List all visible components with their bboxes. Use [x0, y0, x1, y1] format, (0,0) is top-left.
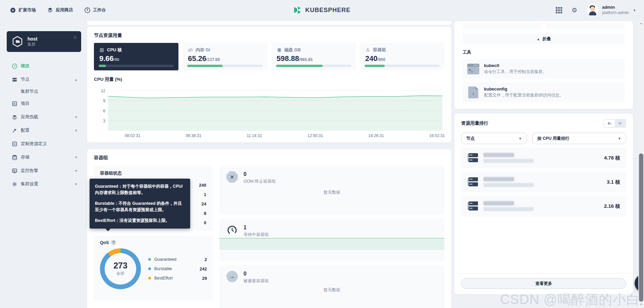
chevron-down-icon: ▼	[74, 129, 78, 132]
tool-kubectl[interactable]: >_ kubectl 命令行工具，用于控制当前集群。	[463, 59, 625, 79]
tool-desc: 命令行工具，用于控制当前集群。	[484, 69, 547, 75]
progress-bar	[276, 65, 351, 67]
ranking-row[interactable]: 4.78 核	[461, 147, 626, 168]
database-icon	[12, 155, 17, 160]
y-axis-tick: 12	[96, 88, 105, 93]
stat-label: OOM 终止容器组	[244, 179, 276, 184]
chevron-down-icon: ▾	[634, 8, 635, 12]
brand-logo[interactable]: KUBESPHERE	[293, 6, 351, 14]
layers-icon	[12, 114, 17, 120]
legend-dot	[148, 258, 151, 261]
chevron-down-icon: ▼	[519, 137, 522, 140]
sidebar-item-cluster-nodes[interactable]: 集群节点	[0, 86, 87, 97]
sidebar-item-workloads[interactable]: 应用负载 ▼	[0, 110, 87, 124]
stat-label: CPU	[107, 47, 116, 52]
help-icon[interactable]: ?	[111, 240, 116, 245]
stat-card-memory[interactable]: 内存 Gi 65.26/137.69	[182, 43, 267, 70]
avatar	[587, 4, 599, 16]
sidebar-item-label: 集群设置	[21, 181, 38, 187]
chevron-up-icon: ▲	[74, 78, 78, 81]
stat-label: 内存	[196, 47, 204, 52]
sidebar-item-label: 配置	[21, 127, 30, 133]
qos-total-label: 全部	[116, 271, 124, 276]
legend-value: 29	[202, 276, 207, 281]
x-axis-tick: 08:02:31	[125, 133, 141, 138]
qos-tooltip: Guaranteed：对于每个容器组中的容器，CPU/内存请求和上限数值相等。 …	[90, 179, 190, 229]
stat-card-cpu[interactable]: CPU 核 9.66/96	[94, 43, 178, 70]
tooltip-text: Guaranteed：对于每个容器组中的容器，CPU/内存请求和上限数值相等。	[95, 183, 185, 196]
ranking-row[interactable]: 3.1 核	[461, 172, 626, 192]
apps-grid-icon[interactable]	[556, 7, 562, 13]
legend-value: 242	[200, 266, 207, 271]
oom-pods-panel: ✕ 0 OOM 终止容器组 暂无数据	[219, 166, 444, 215]
stat-value: 0	[244, 171, 276, 177]
qos-panel: QoS ? 273 全部 Guaranteed2 Burstable242 Be…	[94, 236, 213, 301]
sidebar-item-storage[interactable]: 存储 ▼	[0, 150, 87, 164]
stat-card-pods[interactable]: 容器组 240/900	[360, 43, 444, 70]
nav-item-label: 应用商店	[56, 7, 73, 13]
y-axis-tick: 3	[96, 119, 105, 123]
resource-type-select[interactable]: 节点 ▼	[461, 133, 527, 144]
sidebar-item-crd[interactable]: 定制资源定义	[0, 137, 87, 150]
evicted-arrow-icon: →	[226, 271, 238, 282]
nav-item-label: 扩展市场	[18, 7, 36, 13]
stat-card-disk[interactable]: 磁盘 GB 598.88/965.85	[271, 43, 356, 70]
nav-extension-market[interactable]: 扩展市场	[10, 7, 36, 13]
scroll-down-arrow[interactable]: ▼	[638, 302, 644, 307]
stat-used: 598.88	[277, 54, 299, 63]
stat-used: 240	[365, 54, 378, 63]
favorite-star-icon[interactable]: ☆	[73, 35, 77, 40]
collapse-button[interactable]: ▲ 折叠	[463, 34, 625, 44]
stat-value: 0	[244, 270, 269, 277]
chevron-down-icon: ▼	[74, 115, 78, 119]
scrollbar-thumb[interactable]	[639, 153, 643, 302]
hammer-icon	[12, 128, 17, 133]
sort-toggle: ≡↓ ≡↑	[603, 119, 626, 128]
user-menu[interactable]: admin platform-admin ▾	[587, 4, 635, 16]
sort-descending-button[interactable]: ≡↓	[604, 120, 615, 127]
sort-metric-select[interactable]: 按 CPU 用量排行 ▼	[532, 133, 626, 144]
stat-label: 容器组	[373, 47, 386, 52]
pending-clock-icon	[226, 225, 238, 236]
sidebar-item-nodes[interactable]: 节点 ▲	[0, 73, 87, 86]
redacted-node-name	[483, 201, 534, 211]
gear-icon[interactable]: ⚙	[572, 7, 577, 13]
ranking-row[interactable]: 2.16 核	[461, 196, 626, 217]
user-name: admin	[602, 5, 629, 10]
sidebar-item-label: 节点	[21, 76, 30, 82]
x-axis-tick: 16:02:31	[429, 133, 445, 138]
oom-killed-icon: ✕	[226, 171, 238, 183]
progress-bar	[187, 65, 262, 67]
section-title: 容器组	[94, 155, 444, 161]
sidebar-item-overview[interactable]: 概览	[0, 59, 87, 73]
sidebar-item-monitoring[interactable]: 监控告警 ▼	[0, 164, 87, 177]
ranking-title: 资源用量排行	[461, 120, 488, 126]
brand-name: KUBESPHERE	[305, 7, 351, 14]
section-title: 节点资源用量	[94, 33, 444, 39]
sidebar-item-configuration[interactable]: 配置 ▼	[0, 124, 87, 137]
sidebar-item-projects[interactable]: 项目	[0, 97, 87, 110]
nav-workbench[interactable]: 工作台	[85, 7, 106, 13]
file-download-icon: ↓	[468, 86, 478, 99]
collapse-label: 折叠	[542, 36, 551, 42]
gear-icon	[12, 181, 17, 187]
stat-total: /137.69	[206, 57, 220, 62]
tool-name: kubectl	[484, 63, 547, 69]
pods-card: 容器组 容器组状态 240 1 24 8 0 QoS ?	[87, 149, 451, 308]
y-axis-tick: 6	[96, 109, 105, 113]
cluster-card[interactable]: host 集群 ☆	[7, 31, 81, 52]
view-more-button[interactable]: 查看更多	[461, 278, 626, 289]
pods-icon	[365, 48, 370, 53]
tools-card: ▲ 折叠 工具 >_ kubectl 命令行工具，用于控制当前集群。 ↓ kub…	[454, 21, 633, 109]
tool-kubeconfig[interactable]: ↓ kubeconfig 配置文件，用于配置当前集群的访问信息。	[463, 82, 625, 102]
workbench-icon	[85, 7, 90, 13]
scroll-up-arrow[interactable]: ▲	[638, 21, 644, 26]
legend-name: Burstable	[154, 266, 172, 271]
sort-ascending-button[interactable]: ≡↑	[615, 120, 626, 127]
sidebar-item-cluster-settings[interactable]: 集群设置 ▼	[0, 177, 87, 191]
select-value: 节点	[466, 136, 475, 141]
tooltip-text: Burstable：不符合 Guaranteed 的条件，并且至少有一个容器具有…	[95, 200, 185, 213]
chevron-down-icon: ▼	[74, 182, 78, 186]
nav-app-store[interactable]: 应用商店	[47, 7, 73, 13]
empty-text: 暂无数据	[219, 287, 444, 293]
